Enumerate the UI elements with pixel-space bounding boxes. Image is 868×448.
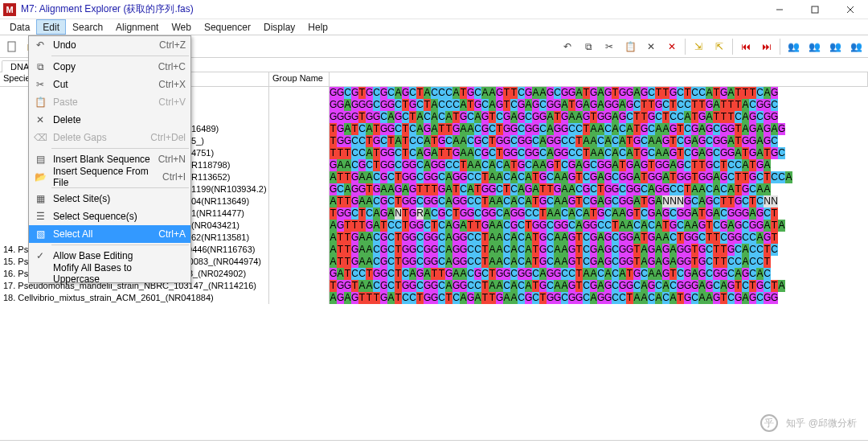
menu-search[interactable]: Search (66, 19, 109, 35)
titlebar: M M7: Alignment Explorer (获取的序列.fas) (0, 0, 868, 19)
group-cell[interactable] (269, 147, 330, 159)
menu-data[interactable]: Data (3, 19, 36, 35)
group-cell[interactable] (269, 208, 330, 220)
menuitem-shortcut: Ctrl+V (154, 97, 186, 108)
copy-icon[interactable]: ⧉ (579, 37, 598, 56)
export-icon[interactable]: ⇱ (710, 37, 729, 56)
sequence-cell[interactable]: AGAGTTTGATCCTGGCTCAGATTGAACGCTGGCGGCAGGC… (330, 292, 868, 304)
menuitem-select-site-s-[interactable]: ▦Select Site(s) (29, 190, 190, 208)
sequence-cell[interactable]: ATTGAACGCTGGCGGCAGGCCTAACACATGCAAGTCGAGC… (330, 256, 868, 268)
paste-icon[interactable]: 📋 (620, 37, 640, 56)
menu-alignment[interactable]: Alignment (109, 19, 165, 35)
menuitem-label: Copy (50, 61, 154, 72)
group-cell[interactable] (269, 87, 330, 99)
view4-icon[interactable]: 👥 (846, 37, 866, 56)
undo-icon: ↶ (31, 39, 50, 51)
sequence-cell[interactable]: TGGCTCAGANTGRACGCTGGCGGCAGGCCTAACACATGCA… (330, 208, 868, 220)
header-group[interactable]: Group Name (269, 72, 330, 86)
menuitem-label: Insert Sequence From File (50, 166, 158, 188)
group-cell[interactable] (269, 268, 330, 280)
group-cell[interactable] (269, 195, 330, 208)
group-cell[interactable] (269, 159, 330, 171)
group-cell[interactable] (269, 280, 330, 292)
sequence-cell[interactable]: AGTTTGATCCTGGCTCAGATTGAACGCTGGCGGCAGGCCT… (330, 220, 868, 232)
sequence-cell[interactable]: ATTGAACGCTGGCGGCAGGCCTAACACATGCAAGTCGAGC… (330, 244, 868, 256)
group-cell[interactable] (269, 232, 330, 244)
group-cell[interactable] (269, 171, 330, 183)
sequence-cell[interactable]: TTTCCATGGCTCAGATTGAACGCTGGCGGCAGGCCTAACA… (330, 147, 868, 159)
sequence-cell[interactable]: GGCGTGCGCAGCTACCCATGCAAGTTCGAAGCGGATGAGT… (330, 87, 868, 99)
maximize-button[interactable] (797, 0, 833, 19)
menuitem-select-sequence-s-[interactable]: ☰Select Sequence(s) (29, 208, 190, 225)
menuitem-cut[interactable]: ✂CutCtrl+X (29, 76, 190, 93)
undo-icon[interactable]: ↶ (558, 37, 577, 56)
menu-edit[interactable]: Edit (36, 19, 66, 35)
menu-web[interactable]: Web (165, 19, 197, 35)
edit-menu-dropdown: ↶UndoCtrl+Z⧉CopyCtrl+C✂CutCtrl+X📋PasteCt… (28, 35, 191, 283)
group-cell[interactable] (269, 123, 330, 135)
menu-help[interactable]: Help (301, 19, 334, 35)
table-row[interactable]: 18. Cellvibrio_mixtus_strain_ACM_2601_(N… (0, 292, 868, 304)
menuitem-shortcut: Ctrl+X (154, 79, 186, 90)
group-cell[interactable] (269, 135, 330, 147)
sequence-cell[interactable]: GAACGCTGGCGGCAGGCCTAACACATGCAAGTCGAGCGGA… (330, 159, 868, 171)
menuitem-label: Mofify All Bases to Uppercase (50, 262, 181, 285)
menuitem-label: Paste (50, 97, 154, 108)
menuitem-select-all[interactable]: ▧Select AllCtrl+A (29, 225, 190, 243)
menu-sequencer[interactable]: Sequencer (198, 19, 257, 35)
sequence-cell[interactable]: TGATCATGGCTCAGATTGAACGCTGGCGGCAGGCCTAACA… (330, 123, 868, 135)
group-cell[interactable] (269, 183, 330, 195)
group-cell[interactable] (269, 292, 330, 304)
sequence-cell[interactable]: TGGCCTGCTATCCATGCAACGCTGGCGGCAGGCCTAACAC… (330, 135, 868, 147)
species-cell[interactable]: 18. Cellvibrio_mixtus_strain_ACM_2601_(N… (0, 292, 269, 304)
del-col-icon[interactable]: ✕ (662, 37, 682, 56)
delgaps-icon: ⌫ (31, 132, 50, 143)
menuitem-label: Cut (50, 79, 154, 90)
view1-icon[interactable]: 👥 (784, 37, 803, 56)
menu-display[interactable]: Display (257, 19, 301, 35)
minimize-button[interactable] (762, 0, 797, 19)
cut-icon[interactable]: ✂ (600, 37, 619, 56)
insfile-icon: 📂 (31, 171, 50, 183)
last-icon[interactable]: ⏭ (757, 37, 776, 56)
delete-icon[interactable]: ✕ (641, 37, 661, 56)
svg-rect-4 (8, 42, 15, 51)
menuitem-paste: 📋PasteCtrl+V (29, 93, 190, 111)
first-icon[interactable]: ⏮ (736, 37, 755, 56)
paste-icon: 📋 (31, 97, 50, 108)
sequence-cell[interactable]: ATTGAACGCTGGCGGCAGGCCTAACACATGCAAGTCGAGC… (330, 232, 868, 244)
delete-icon: ✕ (31, 114, 50, 125)
sequence-cell[interactable]: TGGTAACGCTGGCGGCAGGCCTAACACATGCAAGTCGAGC… (330, 280, 868, 292)
sequence-cell[interactable]: GGGGTGGCAGCTACACATGCAGTCGAGCGGATGAAGTGGA… (330, 111, 868, 123)
group-cell[interactable] (269, 244, 330, 256)
menuitem-copy[interactable]: ⧉CopyCtrl+C (29, 58, 190, 76)
menuitem-label: Allow Base Editing (50, 250, 181, 261)
menuitem-label: Insert Blank Sequence (50, 154, 154, 165)
sequence-cell[interactable]: ATTGAACGCTGGCGGCAGGCCTAACACATGCAAGTCGAGC… (330, 195, 868, 208)
menuitem-label: Undo (50, 39, 154, 51)
selall-icon: ▧ (31, 228, 50, 240)
view2-icon[interactable]: 👥 (805, 37, 824, 56)
menuitem-delete[interactable]: ✕Delete (29, 111, 190, 129)
import-icon[interactable]: ⇲ (689, 37, 708, 56)
menuitem-label: Select All (50, 228, 154, 240)
insblank-icon: ▤ (31, 154, 50, 165)
sequence-cell[interactable]: GATCCTGGCTCAGATTGAACGCTGGCGGCAGGCCTAACAC… (330, 268, 868, 280)
menuitem-undo[interactable]: ↶UndoCtrl+Z (29, 36, 190, 54)
sequence-cell[interactable]: ATTGAACGCTGGCGGCAGGCCTAACACATGCAAGTCGAGC… (330, 171, 868, 183)
menuitem-mofify-all-bases-to-uppercase[interactable]: Mofify All Bases to Uppercase (29, 265, 190, 282)
close-button[interactable] (833, 0, 868, 19)
selseq-icon: ☰ (31, 211, 50, 222)
menuitem-label: Select Site(s) (50, 193, 181, 204)
group-cell[interactable] (269, 111, 330, 123)
view3-icon[interactable]: 👥 (825, 37, 845, 56)
group-cell[interactable] (269, 99, 330, 111)
menuitem-shortcut: Ctrl+N (154, 154, 186, 165)
new-icon[interactable] (2, 37, 22, 56)
menuitem-delete-gaps: ⌫Delete GapsCtrl+Del (29, 129, 190, 146)
sequence-cell[interactable]: GGAGGGCGGCTGCTACCCATGCAGTCGAGCGGATGAGAGG… (330, 99, 868, 111)
group-cell[interactable] (269, 220, 330, 232)
group-cell[interactable] (269, 256, 330, 268)
menuitem-insert-sequence-from-file[interactable]: 📂Insert Sequence From FileCtrl+I (29, 168, 190, 186)
sequence-cell[interactable]: GCAGGTGAAGAGTTTGATCATGGCTCAGATTGAACGCTGG… (330, 183, 868, 195)
